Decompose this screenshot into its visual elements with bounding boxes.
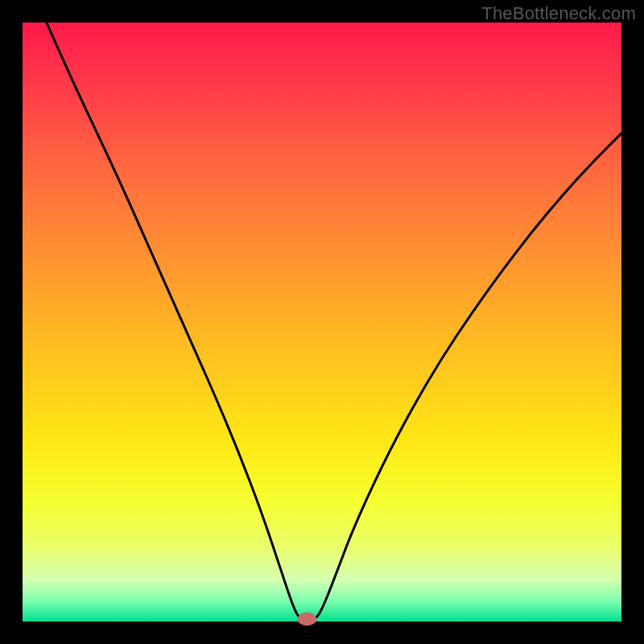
optimal-point-marker bbox=[297, 613, 316, 625]
watermark-text: TheBottleneck.com bbox=[481, 3, 636, 24]
plot-background bbox=[23, 23, 621, 621]
chart-svg bbox=[0, 0, 644, 644]
bottleneck-chart: TheBottleneck.com bbox=[0, 0, 644, 644]
